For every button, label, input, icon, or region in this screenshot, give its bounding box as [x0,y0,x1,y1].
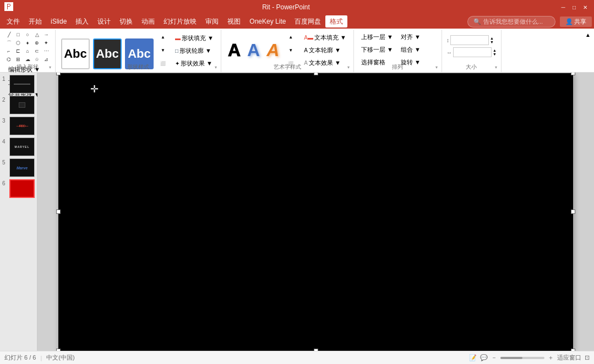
menu-format[interactable]: 格式 [325,15,347,27]
menu-view[interactable]: 视图 [223,15,245,27]
text-fill-btn[interactable]: A▬ 文本填充 ▼ [301,31,349,43]
menu-design[interactable]: 设计 [93,15,115,27]
slide-thumb-2[interactable] [9,96,35,114]
shape-14[interactable]: ☆ [32,56,41,63]
shape-5[interactable]: ⊕ [32,39,41,47]
art-a-blue[interactable]: A [245,41,262,59]
bring-forward-btn[interactable]: 上移一层 ▼ [358,31,396,43]
menu-animation[interactable]: 动画 [137,15,159,27]
shape-7[interactable]: ⌐ [4,47,13,55]
handle-bottom-left[interactable] [56,349,61,351]
slide-item-3[interactable]: 3 —RDO— [2,117,35,135]
zoom-slider[interactable] [500,357,544,359]
slide-canvas[interactable]: ✛ [58,73,573,351]
handle-top-left[interactable] [56,73,61,75]
maximize-btn[interactable]: □ [570,3,579,12]
shape-8[interactable]: ⊏ [14,47,23,55]
art-a-orange[interactable]: A [264,41,281,59]
toolbar-insert-shape: ╱ □ ○ △ → ⌒ ⬡ ♦ ⊕ ✦ ⌐ ⊏ ⌂ ⊂ [0,29,56,72]
menu-slideshow[interactable]: 幻灯片放映 [159,15,201,27]
shape-4[interactable]: ♦ [23,39,32,47]
close-btn[interactable]: ✕ [581,3,590,12]
slide-number-5: 5 [2,159,8,166]
shape-11[interactable]: ⌬ [4,56,13,63]
group-btn[interactable]: 组合 ▼ [398,43,423,56]
art-scroll-down[interactable]: ▼ [285,44,297,56]
slide-item-4[interactable]: 4 MARYEL [2,137,35,156]
style-scroll-up[interactable]: ▲ [157,31,169,43]
menu-transition[interactable]: 切换 [115,15,137,27]
canvas-area: ✛ [37,73,594,351]
align-btn[interactable]: 对齐 ▼ [398,31,423,43]
shape-9[interactable]: ⌂ [23,47,32,55]
shape-15[interactable]: ⊿ [42,56,51,63]
share-button[interactable]: 👤 共享 [560,16,592,27]
slide-thumb-4[interactable]: MARYEL [9,137,35,156]
slide-item-5[interactable]: 5 Marve [2,158,35,177]
height-stepper-up[interactable]: ▲ ▼ [490,36,494,44]
comments-btn[interactable]: 💬 [480,354,488,361]
shape-tri[interactable]: △ [32,31,41,38]
height-input[interactable]: 19.05 厘米 [450,35,489,45]
text-outline-btn[interactable]: A 文本轮廓 ▼ [301,44,349,56]
menu-insert[interactable]: 插入 [71,15,93,27]
insert-shape-collapse[interactable]: ▾ [46,63,54,71]
shape-fill-btn[interactable]: ▬ 形状填充 ▼ [172,32,216,44]
art-text-collapse[interactable]: ▾ [345,63,352,71]
handle-bottom-center[interactable] [314,349,318,351]
toolbar: ╱ □ ○ △ → ⌒ ⬡ ♦ ⊕ ✦ ⌐ ⊏ ⌂ ⊂ [0,29,594,73]
zoom-in-btn[interactable]: ＋ [548,354,554,362]
menu-file[interactable]: 文件 [2,15,24,27]
shape-arrow[interactable]: → [42,31,51,38]
zoom-out-btn[interactable]: － [491,354,497,362]
language-info: 中文(中国) [46,354,74,362]
menu-islide[interactable]: iSlide [46,15,71,27]
slide-info: 幻灯片 6 / 6 [4,354,36,362]
shape-rect[interactable]: □ [14,31,23,38]
slide-thumb-1[interactable] [9,75,35,93]
shape-style-collapse[interactable]: ▾ [212,63,220,71]
shape-3[interactable]: ⬡ [14,39,23,47]
menu-onekey[interactable]: OneKey Lite [245,15,290,27]
window-controls[interactable]: ─ □ ✕ [559,3,590,12]
slide-item-6[interactable]: 6 [2,179,35,198]
handle-top-center[interactable] [314,73,318,75]
fit-window-btn[interactable]: ⊡ [585,354,590,361]
handle-middle-right[interactable] [571,209,575,214]
status-bar: 幻灯片 6 / 6 | 中文(中国) 📝 💬 － ＋ 适应窗口 ⊡ [0,351,594,364]
width-input[interactable]: 33.87 厘米 [453,47,492,57]
menu-home[interactable]: 开始 [24,15,46,27]
toolbar-collapse-btn[interactable]: ▲ [584,31,592,38]
shape-6[interactable]: ✦ [42,39,51,47]
style-scroll-down[interactable]: ▼ [157,44,169,56]
shape-more[interactable]: ⋯ [42,47,51,55]
notes-btn[interactable]: 📝 [469,354,477,361]
handle-bottom-right[interactable] [571,349,575,351]
handle-top-right[interactable] [571,73,575,75]
art-a-black[interactable]: A [226,41,243,59]
shape-12[interactable]: ⊞ [14,56,23,63]
shape-circle[interactable]: ○ [23,31,32,38]
shape-13[interactable]: ☁ [23,56,32,63]
shape-2[interactable]: ⌒ [4,39,13,47]
shape-style-label: 形状样式 [56,63,221,71]
width-stepper-up[interactable]: ▲ ▼ [493,48,497,56]
search-box[interactable]: 🔍 告诉我您想要做什么... [467,16,555,27]
arrange-collapse[interactable]: ▾ [433,63,440,71]
send-backward-btn[interactable]: 下移一层 ▼ [358,43,396,56]
slide-thumb-3[interactable]: —RDO— [9,117,35,135]
minimize-btn[interactable]: ─ [559,3,568,12]
slide-thumb-5[interactable]: Marve [9,158,35,177]
width-icon: ↔ [446,49,452,56]
shape-outline-btn[interactable]: □ 形状轮廓 ▼ [172,45,216,57]
main-area: 1 2 3 —RDO— [0,73,594,351]
size-collapse[interactable]: ▾ [492,63,500,71]
menu-baidu[interactable]: 百度网盘 [290,15,325,27]
shape-line[interactable]: ╱ [4,31,13,38]
handle-middle-left[interactable] [56,209,61,214]
art-scroll-up[interactable]: ▲ [285,31,297,43]
shape-10[interactable]: ⊂ [32,47,41,55]
slide-thumb-6[interactable] [9,179,35,198]
menu-review[interactable]: 审阅 [201,15,223,27]
toolbar-shape-style: Abc Abc Abc ▲ ▼ ⬜ ▬ 形状填充 ▼ □ [56,29,221,72]
